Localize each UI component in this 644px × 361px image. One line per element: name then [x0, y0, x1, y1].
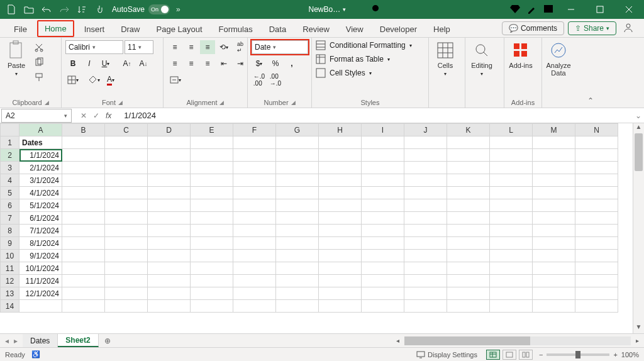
cell-E2[interactable] [191, 149, 233, 162]
cell-G5[interactable] [276, 187, 319, 199]
collapse-ribbon-icon[interactable]: ⌃ [587, 96, 594, 105]
underline-button[interactable]: U▾ [98, 57, 113, 70]
cell-B6[interactable] [62, 199, 105, 212]
cell-K9[interactable] [447, 237, 490, 250]
cell-B9[interactable] [62, 237, 105, 250]
cell-I8[interactable] [362, 225, 404, 237]
cell-H7[interactable] [319, 212, 362, 225]
cell-G11[interactable] [276, 262, 319, 275]
zoom-in-button[interactable]: + [613, 351, 617, 358]
addins-button[interactable]: Add-ins [508, 40, 533, 69]
cell-F6[interactable] [233, 199, 276, 212]
cell-F5[interactable] [233, 187, 276, 199]
cell-M4[interactable] [533, 174, 575, 187]
cell-I1[interactable] [362, 136, 404, 149]
cell-I14[interactable] [362, 300, 404, 313]
font-color-button[interactable]: A▾ [103, 73, 118, 87]
cell-M6[interactable] [533, 199, 575, 212]
dialog-launcher-icon[interactable]: ◢ [45, 99, 49, 106]
cell-K6[interactable] [447, 199, 490, 212]
decrease-decimal-button[interactable]: .00→.0 [268, 73, 283, 87]
cell-styles-button[interactable]: Cell Styles▾ [316, 68, 372, 78]
cell-L14[interactable] [490, 300, 533, 313]
sheet-tab-dates[interactable]: Dates [23, 334, 58, 347]
conditional-formatting-button[interactable]: Conditional Formatting▾ [316, 40, 412, 50]
cell-H11[interactable] [319, 262, 362, 275]
cell-F10[interactable] [233, 250, 276, 262]
cell-D11[interactable] [148, 262, 191, 275]
cell-N1[interactable] [575, 136, 618, 149]
cell-A7[interactable]: 6/1/2024 [19, 212, 62, 225]
decrease-font-button[interactable]: A↓ [136, 57, 151, 70]
cell-M5[interactable] [533, 187, 575, 199]
cell-G6[interactable] [276, 199, 319, 212]
enter-formula-icon[interactable]: ✓ [93, 111, 99, 120]
cell-A10[interactable]: 9/1/2024 [19, 250, 62, 262]
tab-data[interactable]: Data [263, 21, 292, 37]
dialog-launcher-icon[interactable]: ◢ [118, 99, 123, 106]
cell-E13[interactable] [191, 287, 233, 300]
cell-G2[interactable] [276, 149, 319, 162]
new-sheet-button[interactable]: ⊕ [99, 334, 116, 347]
cell-H5[interactable] [319, 187, 362, 199]
cell-H13[interactable] [319, 287, 362, 300]
expand-formula-bar-icon[interactable]: ⌄ [633, 111, 644, 120]
account-icon[interactable] [620, 19, 636, 36]
decrease-indent-button[interactable]: ⇤ [216, 57, 231, 70]
comments-button[interactable]: 💬Comments [502, 21, 564, 35]
sheet-nav-next-icon[interactable]: ▸ [14, 336, 18, 345]
cell-B5[interactable] [62, 187, 105, 199]
row-header-11[interactable]: 11 [1, 262, 19, 275]
cell-J11[interactable] [404, 262, 447, 275]
row-header-10[interactable]: 10 [1, 250, 19, 262]
cell-N5[interactable] [575, 187, 618, 199]
cell-A5[interactable]: 4/1/2024 [19, 187, 62, 199]
column-header-F[interactable]: F [233, 124, 276, 136]
cell-H2[interactable] [319, 149, 362, 162]
cell-M11[interactable] [533, 262, 575, 275]
cell-D1[interactable] [148, 136, 191, 149]
cell-L4[interactable] [490, 174, 533, 187]
column-header-M[interactable]: M [533, 124, 575, 136]
close-button[interactable] [618, 2, 640, 17]
cell-E11[interactable] [191, 262, 233, 275]
increase-indent-button[interactable]: ⇥ [233, 57, 248, 70]
cell-D4[interactable] [148, 174, 191, 187]
cell-L12[interactable] [490, 275, 533, 287]
cell-E5[interactable] [191, 187, 233, 199]
cell-I5[interactable] [362, 187, 404, 199]
cell-A4[interactable]: 3/1/2024 [19, 174, 62, 187]
cell-I13[interactable] [362, 287, 404, 300]
cut-button[interactable] [31, 40, 47, 54]
tab-draw[interactable]: Draw [114, 21, 146, 37]
cell-J7[interactable] [404, 212, 447, 225]
cell-B10[interactable] [62, 250, 105, 262]
increase-font-button[interactable]: A↑ [119, 57, 135, 70]
align-center-button[interactable]: ≡ [184, 57, 199, 70]
italic-button[interactable]: I [82, 57, 97, 70]
cell-C13[interactable] [105, 287, 148, 300]
zoom-slider[interactable] [547, 353, 609, 356]
cell-B8[interactable] [62, 225, 105, 237]
column-header-K[interactable]: K [447, 124, 490, 136]
row-header-2[interactable]: 2 [1, 149, 19, 162]
cell-B7[interactable] [62, 212, 105, 225]
touch-mode-icon[interactable] [92, 2, 107, 17]
cell-G10[interactable] [276, 250, 319, 262]
cell-F13[interactable] [233, 287, 276, 300]
cell-A8[interactable]: 7/1/2024 [19, 225, 62, 237]
font-size-dropdown[interactable]: 11▾ [125, 40, 153, 54]
cell-C4[interactable] [105, 174, 148, 187]
cell-I10[interactable] [362, 250, 404, 262]
tab-developer[interactable]: Developer [374, 21, 423, 37]
new-file-icon[interactable] [4, 2, 19, 17]
cell-M12[interactable] [533, 275, 575, 287]
cell-I4[interactable] [362, 174, 404, 187]
cell-D9[interactable] [148, 237, 191, 250]
row-header-8[interactable]: 8 [1, 225, 19, 237]
cell-A11[interactable]: 10/1/2024 [19, 262, 62, 275]
maximize-button[interactable] [589, 2, 611, 17]
cell-B4[interactable] [62, 174, 105, 187]
cell-J1[interactable] [404, 136, 447, 149]
tab-review[interactable]: Review [296, 21, 336, 37]
